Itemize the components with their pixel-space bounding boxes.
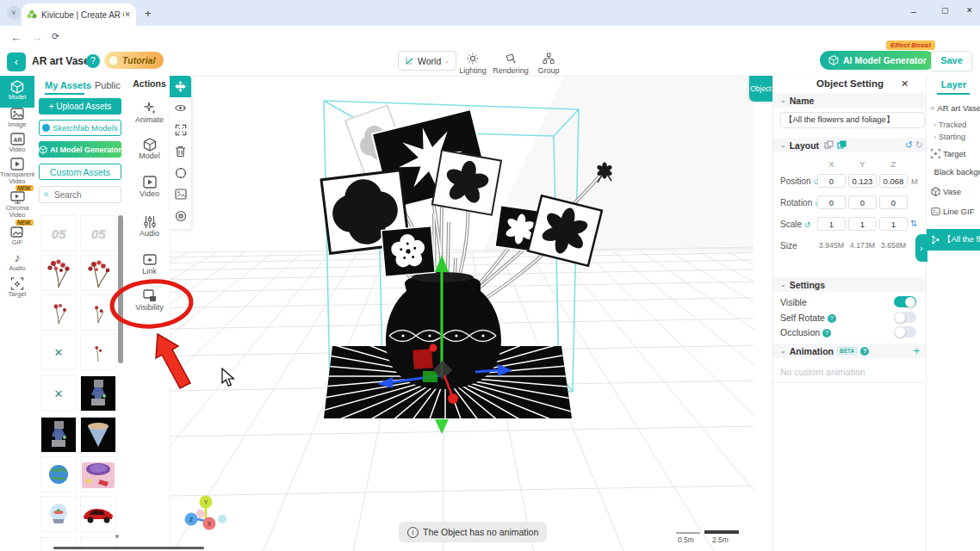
object-name-input[interactable] bbox=[780, 112, 925, 128]
scroll-more-chevron-icon[interactable]: ▼ bbox=[114, 533, 121, 541]
sidebar-item-video[interactable]: AR Video bbox=[0, 131, 34, 153]
back-button[interactable]: ‹ bbox=[7, 53, 26, 71]
action-visibility[interactable]: Visibility bbox=[129, 288, 170, 312]
scale-z-input[interactable] bbox=[879, 217, 908, 231]
sidebar-item-chroma-video[interactable]: NEW. Chroma Video bbox=[0, 189, 34, 219]
asset-thumb-tv-figure[interactable] bbox=[80, 375, 116, 412]
asset-thumb-flower-sprig[interactable] bbox=[80, 334, 116, 370]
help-icon[interactable]: ? bbox=[860, 347, 869, 356]
layer-item-starting[interactable]: ›Starting bbox=[933, 133, 980, 141]
asset-thumb-placeholder[interactable]: ✕ bbox=[40, 375, 77, 412]
action-link[interactable]: Link bbox=[129, 251, 170, 276]
nav-reload-icon[interactable]: ⟳ bbox=[52, 31, 59, 42]
ai-model-generator-asset-button[interactable]: AI Model Generator bbox=[39, 141, 121, 158]
asset-thumb-tv-figure[interactable] bbox=[40, 417, 77, 453]
sidebar-item-audio[interactable]: ♪ Audio bbox=[0, 250, 34, 272]
asset-thumb-3d-number[interactable]: 05 bbox=[40, 215, 77, 251]
reset-icon[interactable]: ↺ bbox=[804, 220, 811, 229]
sketchfab-models-button[interactable]: Sketchfab Models bbox=[39, 120, 121, 136]
position-x-input[interactable] bbox=[817, 174, 846, 188]
world-dropdown[interactable]: World ⌄ bbox=[398, 51, 456, 71]
action-video[interactable]: Video bbox=[129, 174, 170, 198]
lighting-label: Lighting bbox=[453, 66, 493, 75]
asset-thumb-flower-sprig[interactable] bbox=[80, 294, 116, 331]
sidebar-item-image[interactable]: Image bbox=[0, 106, 34, 128]
action-model[interactable]: Model bbox=[129, 136, 170, 160]
save-button[interactable]: Save bbox=[931, 51, 972, 71]
window-close-icon[interactable]: ✕ bbox=[966, 6, 973, 15]
asset-thumb-flower-branch[interactable] bbox=[40, 255, 77, 291]
asset-thumb-pink-room[interactable] bbox=[80, 456, 116, 492]
asset-thumb-3d-number[interactable]: 05 bbox=[80, 215, 116, 251]
scale-y-input[interactable] bbox=[848, 217, 877, 231]
settings-section-header[interactable]: ⌄Settings bbox=[773, 277, 927, 292]
layer-item-line-gif[interactable]: Line GIF bbox=[931, 207, 980, 216]
nav-back-icon[interactable]: ← bbox=[10, 31, 22, 44]
position-z-input[interactable] bbox=[879, 174, 908, 188]
layout-section-header[interactable]: ⌄ Layout ↺ ↻ bbox=[773, 138, 927, 152]
animation-section-header[interactable]: ⌄ Animation BETA ? + bbox=[773, 344, 927, 358]
tab-my-assets[interactable]: My Assets bbox=[45, 80, 91, 90]
rotation-z-input[interactable] bbox=[879, 195, 908, 209]
ai-model-generator-button[interactable]: AI Model Generator bbox=[820, 51, 935, 70]
asset-thumb-flower-sprig[interactable] bbox=[40, 294, 77, 331]
tab-close-icon[interactable]: ✕ bbox=[124, 10, 131, 19]
layer-item-flowers-selected[interactable]: 【All the flo bbox=[927, 229, 980, 251]
asset-thumb-flower-branch[interactable] bbox=[80, 255, 116, 291]
name-section-header[interactable]: ⌄Name bbox=[773, 93, 927, 108]
viewport-canvas[interactable]: Y Z X bbox=[170, 76, 754, 551]
occlusion-toggle[interactable] bbox=[894, 326, 916, 337]
asset-thumb-cone[interactable] bbox=[80, 417, 116, 453]
tab-public[interactable]: Public bbox=[95, 80, 121, 90]
custom-assets-button[interactable]: Custom Assets bbox=[39, 164, 121, 180]
sidebar-item-model[interactable]: Model bbox=[0, 76, 34, 108]
sidebar-item-target[interactable]: Target bbox=[0, 276, 34, 298]
object-tab[interactable]: Object bbox=[749, 76, 772, 102]
paste-icon[interactable] bbox=[837, 140, 847, 150]
rotation-x-input[interactable] bbox=[817, 195, 846, 209]
layer-collapse-button[interactable]: › bbox=[915, 234, 927, 262]
asset-thumb-globe[interactable] bbox=[40, 456, 77, 492]
lighting-button[interactable]: Lighting bbox=[453, 50, 493, 75]
horizontal-scrollbar[interactable] bbox=[53, 547, 204, 549]
sidebar-item-transparent-video[interactable]: Transparent Video bbox=[0, 156, 34, 185]
window-minimize-icon[interactable]: – bbox=[911, 6, 916, 16]
search-input[interactable] bbox=[53, 189, 116, 201]
rotation-y-input[interactable] bbox=[848, 195, 877, 209]
help-icon[interactable]: ? bbox=[822, 329, 831, 337]
scale-link-icon[interactable]: ⇅ bbox=[910, 219, 917, 228]
visible-toggle[interactable] bbox=[894, 296, 916, 307]
asset-thumb-placeholder[interactable]: ✕ bbox=[40, 334, 77, 370]
tutorial-button[interactable]: Tutorial bbox=[104, 52, 164, 69]
close-icon[interactable]: ✕ bbox=[901, 78, 909, 90]
self-rotate-toggle[interactable] bbox=[894, 312, 916, 323]
layer-item-vase[interactable]: Vase bbox=[931, 187, 980, 196]
browser-tab[interactable]: Kivicube | Create AR Online - ✕ bbox=[22, 3, 136, 26]
group-button[interactable]: Group bbox=[529, 50, 568, 75]
axis-orientation-gizmo[interactable]: Y Z X bbox=[185, 496, 227, 530]
position-y-input[interactable] bbox=[848, 174, 877, 188]
layer-item-root[interactable]: AR art Vase bbox=[931, 103, 980, 113]
nav-forward-icon[interactable]: → bbox=[31, 31, 42, 44]
action-animate[interactable]: Animate bbox=[129, 100, 170, 124]
assets-scrollbar[interactable] bbox=[118, 215, 123, 363]
layer-item-black-background[interactable]: Black backgr bbox=[931, 167, 980, 176]
tab-search-chevron[interactable]: ˅ bbox=[7, 6, 21, 20]
asset-thumb-snowglobe[interactable] bbox=[40, 496, 77, 532]
add-animation-button[interactable]: + bbox=[913, 344, 920, 357]
rendering-button[interactable]: Rendering bbox=[491, 50, 530, 75]
help-button[interactable]: ? bbox=[86, 54, 100, 68]
upload-assets-button[interactable]: + Upload Assets bbox=[39, 98, 121, 115]
undo-icon[interactable]: ↺ bbox=[905, 139, 913, 150]
action-audio[interactable]: Audio bbox=[129, 214, 170, 238]
asset-thumb-red-car[interactable] bbox=[80, 496, 116, 532]
scale-x-input[interactable] bbox=[817, 217, 846, 231]
copy-icon[interactable] bbox=[824, 140, 834, 150]
redo-icon[interactable]: ↻ bbox=[915, 139, 923, 150]
new-tab-button[interactable]: + bbox=[145, 7, 152, 20]
sidebar-item-gif[interactable]: NEW. GIF bbox=[0, 224, 34, 246]
layer-item-tracked[interactable]: ›Tracked bbox=[933, 121, 980, 129]
help-icon[interactable]: ? bbox=[828, 314, 836, 323]
window-maximize-icon[interactable]: ▢ bbox=[941, 6, 949, 15]
layer-item-target[interactable]: Target bbox=[931, 149, 980, 158]
